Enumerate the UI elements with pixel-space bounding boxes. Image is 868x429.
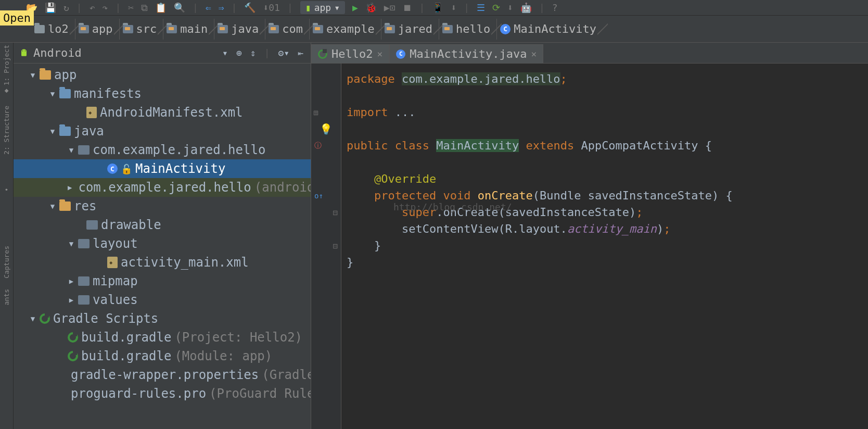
folder-icon xyxy=(167,25,177,33)
device-icon[interactable]: ⬇ xyxy=(507,2,513,13)
folder-icon xyxy=(442,25,453,33)
chevron-down-icon[interactable]: ▾ xyxy=(220,47,230,58)
folder-icon xyxy=(218,25,228,33)
forward-icon[interactable]: ⇒ xyxy=(219,2,224,13)
tree-app[interactable]: ▼app xyxy=(14,66,311,84)
sdk-icon[interactable]: ⬇ xyxy=(451,2,456,13)
run-icon[interactable]: ▶ xyxy=(352,2,358,13)
sync-gradle-icon[interactable]: ⟳ xyxy=(492,2,500,13)
debug-icon[interactable]: 🐞 xyxy=(365,2,377,13)
tree-drawable[interactable]: drawable xyxy=(14,216,311,234)
android-robot-icon[interactable]: 🤖 xyxy=(520,2,532,13)
svg-point-1 xyxy=(25,51,26,52)
target-icon[interactable]: ⊕ xyxy=(234,47,244,58)
tree-mainactivity[interactable]: C🔓MainActivity xyxy=(14,159,311,178)
package-icon xyxy=(78,145,90,155)
hide-icon[interactable]: ⇤ xyxy=(296,47,305,58)
lock-icon: 🔓 xyxy=(121,163,132,174)
override-icon[interactable]: ⓘ xyxy=(311,137,341,154)
sidebar-header: Android ▾ ⊕ ⇕ | ⚙▾ ⇤ xyxy=(14,43,311,64)
tab-mainactivity[interactable]: C MainActivity.java × xyxy=(389,44,543,63)
gradle-icon xyxy=(40,313,50,324)
svg-point-0 xyxy=(22,51,23,52)
close-icon[interactable]: × xyxy=(377,48,382,59)
editor-panel: Hello2 × C MainActivity.java × ⊞ 💡 ⓘ o↑ … xyxy=(311,43,868,429)
breadcrumb: lo2 app src main java com example jared … xyxy=(0,16,868,43)
code-area[interactable]: ⊞ 💡 ⓘ o↑ ⊟ ⊟ package com.example.jared.h… xyxy=(311,64,868,429)
crumb-example[interactable]: example xyxy=(309,19,381,40)
tree-layout[interactable]: ▼layout xyxy=(14,234,311,253)
crumb-mainactivity[interactable]: CMainActivity xyxy=(496,19,603,40)
attach-debugger-icon[interactable]: ▶⊡ xyxy=(384,2,395,13)
tree-values[interactable]: ▶values xyxy=(14,291,311,309)
crumb-jared[interactable]: jared xyxy=(381,19,439,40)
tree-manifests[interactable]: ▼manifests xyxy=(14,84,311,103)
tab-hello2[interactable]: Hello2 × xyxy=(311,44,389,63)
run-config-selector[interactable]: ▮ app ▾ xyxy=(300,1,345,14)
project-sidebar: Android ▾ ⊕ ⇕ | ⚙▾ ⇤ ▼app ▼manifests And… xyxy=(14,43,311,429)
tree-build-gradle-project[interactable]: build.gradle (Project: Hello2) xyxy=(14,328,311,347)
android-icon xyxy=(19,47,29,59)
tree-activity-main-xml[interactable]: activity_main.xml xyxy=(14,253,311,272)
override-up-icon[interactable]: o↑ xyxy=(311,187,341,204)
profile-icon[interactable]: ⏹ xyxy=(403,2,412,13)
collapse-icon[interactable]: ⇕ xyxy=(248,47,258,58)
chevron-down-icon: ▾ xyxy=(334,2,340,13)
folder-icon xyxy=(34,25,45,33)
cut-icon[interactable]: ✂ xyxy=(128,2,134,13)
folder-icon xyxy=(385,25,395,33)
tree-proguard[interactable]: proguard-rules.pro (ProGuard Rules) xyxy=(14,384,311,403)
gradle-icon xyxy=(68,332,78,343)
rail-project[interactable]: ◆1: Project xyxy=(3,45,10,95)
tool-window-bar: ◆1: Project 2: Structure • Captures ants xyxy=(0,43,14,429)
binary-icon[interactable]: ⬇01 xyxy=(263,2,280,13)
help-icon[interactable]: ? xyxy=(552,2,558,13)
android-icon: ▮ xyxy=(305,2,311,13)
crumb-src[interactable]: src xyxy=(119,19,163,40)
folder-icon xyxy=(313,25,323,33)
sync-icon[interactable]: ↻ xyxy=(63,2,69,13)
bulb-icon[interactable]: 💡 xyxy=(320,123,333,135)
tree-pkg-main[interactable]: ▼com.example.jared.hello xyxy=(14,141,311,159)
sidebar-view-label[interactable]: Android xyxy=(33,46,216,59)
crumb-main[interactable]: main xyxy=(163,19,214,40)
watermark: http://blog.csdn.net/ xyxy=(393,199,512,216)
find-icon[interactable]: 🔍 xyxy=(174,2,185,13)
undo-icon[interactable]: ↶ xyxy=(90,2,95,13)
tree-manifest-xml[interactable]: AndroidManifest.xml xyxy=(14,103,311,122)
tree-java[interactable]: ▼java xyxy=(14,122,311,141)
crumb-com[interactable]: com xyxy=(265,19,309,40)
paste-icon[interactable]: 📋 xyxy=(155,2,167,13)
class-icon: C xyxy=(396,49,405,59)
rail-captures[interactable]: Captures xyxy=(3,246,10,279)
crumb-lo2[interactable]: lo2 xyxy=(31,19,75,40)
xml-icon xyxy=(107,257,118,268)
copy-icon[interactable]: ⧉ xyxy=(141,2,148,14)
structure-icon[interactable]: ☰ xyxy=(477,2,485,13)
tree-gradle-wrapper[interactable]: gradle-wrapper.properties (Gradle Versio… xyxy=(14,365,311,384)
crumb-app[interactable]: app xyxy=(75,19,119,40)
tree-pkg-test[interactable]: ▶com.example.jared.hello (androidTest) xyxy=(14,178,311,197)
avd-icon[interactable]: 📱 xyxy=(432,2,443,13)
redo-icon[interactable]: ↷ xyxy=(103,2,108,13)
folder-icon xyxy=(59,89,71,98)
tree-gradle-scripts[interactable]: ▼Gradle Scripts xyxy=(14,309,311,328)
rail-structure[interactable]: 2: Structure xyxy=(3,106,10,155)
tree-mipmap[interactable]: ▶mipmap xyxy=(14,272,311,291)
rail-variants[interactable]: ants xyxy=(3,289,10,305)
close-icon[interactable]: × xyxy=(531,48,537,59)
crumb-hello[interactable]: hello xyxy=(439,19,496,40)
tree-build-gradle-module[interactable]: build.gradle (Module: app) xyxy=(14,347,311,365)
folder-icon xyxy=(123,25,133,33)
tree-res[interactable]: ▼res xyxy=(14,197,311,216)
main-toolbar: Open 📂 💾 ↻ | ↶ ↷ | ✂ ⧉ 📋 🔍 | ⇐ ⇒ | 🔨 ⬇01… xyxy=(0,0,868,16)
folder-icon xyxy=(79,25,89,33)
code-content[interactable]: package com.example.jared.hello; import … xyxy=(341,64,868,429)
project-tree: ▼app ▼manifests AndroidManifest.xml ▼jav… xyxy=(14,64,311,403)
module-icon xyxy=(40,70,51,80)
crumb-java[interactable]: java xyxy=(214,19,265,40)
back-icon[interactable]: ⇐ xyxy=(206,2,211,13)
gear-icon[interactable]: ⚙▾ xyxy=(276,47,291,58)
make-icon[interactable]: 🔨 xyxy=(244,2,256,13)
save-icon[interactable]: 💾 xyxy=(45,2,56,13)
